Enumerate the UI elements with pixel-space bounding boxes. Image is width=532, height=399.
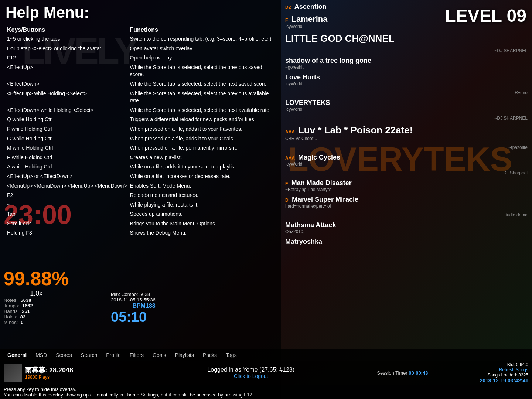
song-item-6[interactable]: Ryuno bbox=[285, 90, 528, 95]
bpm-value: 188 bbox=[146, 303, 156, 309]
max-combo-label: Max Combo: bbox=[111, 291, 138, 297]
song-item-5[interactable]: Love HurtsIcyWorld bbox=[285, 74, 528, 86]
song-item-12[interactable]: ~DJ Sharpnel bbox=[285, 170, 528, 175]
key-cell-10: M while Holding Ctrl bbox=[6, 143, 129, 153]
jumps-value: 1662 bbox=[22, 303, 33, 308]
notice-1: Press any key to hide this overlay. bbox=[4, 386, 528, 392]
func-cell-18: Brings you to the Main Menu Options. bbox=[129, 219, 275, 229]
build-info: Bld: 0.64.0 bbox=[480, 362, 528, 367]
func-cell-10: When pressed on a file, permanently mirr… bbox=[129, 143, 275, 153]
song-item-10[interactable]: ~tpazolite bbox=[285, 145, 528, 150]
keybinding-row-15: F2Reloads metrics and textures. bbox=[6, 191, 275, 200]
bpm-label: BPM bbox=[132, 303, 146, 309]
logout-button[interactable]: Click to Logout bbox=[177, 373, 325, 379]
song-artist-16: Ohz2010. bbox=[285, 229, 528, 234]
keybinding-row-6: <EffectDown> while Holding <Select>While… bbox=[6, 106, 275, 115]
func-cell-13: While on a file, increases or decreases … bbox=[129, 172, 275, 181]
keybindings-table: Keys/Buttons Functions 1~5 or clicking t… bbox=[6, 26, 275, 238]
song-artist-9: CBR vs Choof... bbox=[285, 136, 528, 141]
keybinding-row-7: Q while Holding CtrlTriggers a different… bbox=[6, 115, 275, 125]
nav-tab-profile[interactable]: Profile bbox=[102, 351, 125, 359]
func-cell-7: Triggers a differential reload for new p… bbox=[129, 115, 275, 125]
song-item-15[interactable]: ~studio doma bbox=[285, 212, 528, 218]
song-item-8[interactable]: ~DJ SHARPNEL bbox=[285, 116, 528, 121]
session-time: 00:00:43 bbox=[409, 370, 428, 376]
func-cell-11: Creates a new playlist. bbox=[129, 153, 275, 163]
func-cell-14: Enables Sort: Mode Menu. bbox=[129, 181, 275, 191]
func-cell-2: Open help overlay. bbox=[129, 53, 275, 63]
key-cell-6: <EffectDown> while Holding <Select> bbox=[6, 106, 129, 115]
song-item-11[interactable]: AAA Magic CyclesIcyWorld bbox=[285, 154, 528, 167]
song-title-5: Love Hurts bbox=[285, 74, 528, 81]
func-cell-19: Shows the Debug Menu. bbox=[129, 228, 275, 238]
nav-tab-playlists[interactable]: Playlists bbox=[171, 351, 198, 359]
song-artist-5: IcyWorld bbox=[285, 81, 528, 86]
song-item-4[interactable]: shadow of a tree long gone~goreshit bbox=[285, 57, 528, 70]
datetime: 2018-12-19 03:42:41 bbox=[480, 378, 528, 383]
key-cell-12: A while Holding Ctrl bbox=[6, 162, 129, 172]
holds-row: Holds: 83 bbox=[4, 314, 69, 320]
nav-tab-filters[interactable]: Filters bbox=[125, 351, 148, 359]
keybinding-row-14: <MenuUp> <MenuDown> <MenuUp> <MenuDown>E… bbox=[6, 181, 275, 191]
right-content: LOVERYTEKS D2 AscentionF LamerinaIcyWorl… bbox=[281, 0, 532, 399]
song-item-16[interactable]: Mathsma AttackOhz2010. bbox=[285, 221, 528, 234]
song-item-7[interactable]: LOVERYTEKSIcyWorld bbox=[285, 99, 528, 112]
keybinding-row-4: <EffectDown>While the Score tab is selec… bbox=[6, 79, 275, 89]
func-cell-16: While playing a file, restarts it. bbox=[129, 200, 275, 210]
song-item-3[interactable]: ~DJ SHARPNEL bbox=[285, 48, 528, 53]
keybinding-row-1: Doubletap <Select> or clicking the avata… bbox=[6, 44, 275, 54]
hands-label: Hands: bbox=[4, 308, 19, 314]
song-artist-4: ~goreshit bbox=[285, 65, 528, 70]
song-title-14: D Marvel Super Miracle bbox=[285, 196, 528, 204]
footer-bar: 雨幕幕: 28.2048 19800 Plays Logged in as Yo… bbox=[0, 361, 532, 385]
mines-row: Mines: 0 bbox=[4, 320, 69, 325]
nav-tab-msd[interactable]: MSD bbox=[31, 351, 51, 359]
holds-label: Holds: bbox=[4, 314, 17, 320]
refresh-songs[interactable]: Refresh Songs bbox=[480, 367, 528, 372]
nav-tab-packs[interactable]: Packs bbox=[198, 351, 221, 359]
key-cell-2: F12 bbox=[6, 53, 129, 63]
session-label: Session Timer bbox=[377, 370, 407, 376]
song-title-13: F Man Made Disaster bbox=[285, 179, 528, 187]
jumps-label: Jumps: bbox=[4, 303, 19, 308]
nav-tab-general[interactable]: General bbox=[3, 351, 31, 359]
nav-tab-goals[interactable]: Goals bbox=[148, 351, 171, 359]
combo-date: 2018-11-05 15:55:36 bbox=[111, 297, 156, 303]
nav-tab-scores[interactable]: Scores bbox=[51, 351, 76, 359]
footer-stats: 雨幕幕: 28.2048 19800 Plays bbox=[25, 366, 174, 380]
time-display: 05:10 bbox=[111, 309, 156, 325]
col-keys: Keys/Buttons bbox=[6, 26, 129, 34]
song-item-2[interactable]: LITTLE GOD CH@NNEL bbox=[285, 33, 528, 44]
login-text: Logged in as Yome (27.65: #128) bbox=[177, 366, 325, 373]
key-cell-3: <EffectUp> bbox=[6, 63, 129, 79]
key-cell-18: ScrollLock bbox=[6, 219, 129, 229]
keybinding-row-18: ScrollLockBrings you to the Main Menu Op… bbox=[6, 219, 275, 229]
song-item-13[interactable]: F Man Made Disaster~Betraying The Martyr… bbox=[285, 179, 528, 192]
nav-tab-tags[interactable]: Tags bbox=[221, 351, 241, 359]
song-list: D2 AscentionF LamerinaIcyWorldLITTLE GOD… bbox=[281, 0, 532, 252]
song-title-2: LITTLE GOD CH@NNEL bbox=[285, 33, 528, 44]
nav-tab-search[interactable]: Search bbox=[76, 351, 102, 359]
combo-area: Max Combo: 5638 2018-11-05 15:55:36 BPM1… bbox=[111, 291, 156, 325]
keybinding-row-8: F while Holding CtrlWhen pressed on a fi… bbox=[6, 125, 275, 134]
keybinding-row-11: P while Holding CtrlCreates a new playli… bbox=[6, 153, 275, 163]
func-cell-12: While on a file, adds it to your selecte… bbox=[129, 162, 275, 172]
song-item-14[interactable]: D Marvel Super Miraclehard=normal expert… bbox=[285, 196, 528, 209]
func-cell-4: While the Score tab is selected, select … bbox=[129, 79, 275, 89]
level-badge: LEVEL 09 bbox=[445, 6, 526, 26]
notes-row: Notes: 5638 bbox=[4, 297, 69, 303]
song-item-9[interactable]: AAA Luv * Lab * Poison 22ate!CBR vs Choo… bbox=[285, 125, 528, 141]
col-functions: Functions bbox=[129, 26, 275, 34]
multiplier-display: 1.0x bbox=[4, 290, 69, 297]
func-cell-9: When pressed on a file, adds it to your … bbox=[129, 134, 275, 144]
keybinding-row-17: TabSpeeds up animations. bbox=[6, 209, 275, 219]
song-title-7: LOVERYTEKS bbox=[285, 99, 528, 107]
keybinding-row-10: M while Holding CtrlWhen pressed on a fi… bbox=[6, 143, 275, 153]
keybinding-row-13: <EffectUp> or <EffectDown>While on a fil… bbox=[6, 172, 275, 181]
song-title-9: AAA Luv * Lab * Poison 22ate! bbox=[285, 125, 528, 136]
keybinding-row-3: <EffectUp>While the Score tab is selecte… bbox=[6, 63, 275, 79]
footer-right: Bld: 0.64.0 Refresh Songs Songs Loaded: … bbox=[480, 362, 528, 383]
stats-plays: 19800 Plays bbox=[25, 375, 174, 380]
mines-value: 0 bbox=[21, 320, 23, 325]
song-item-17[interactable]: Matryoshka bbox=[285, 238, 528, 246]
